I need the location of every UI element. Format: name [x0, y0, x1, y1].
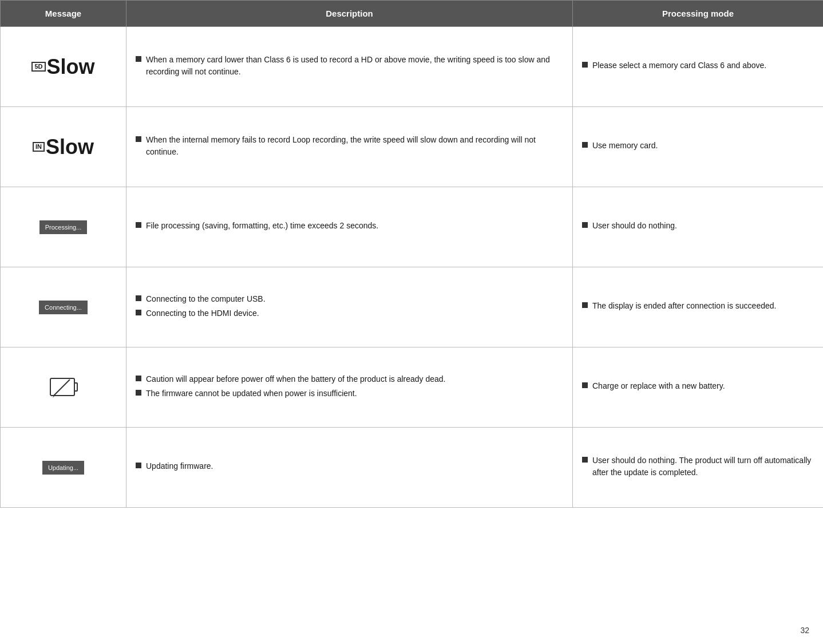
- table-row-in-slow: IN Slow When the internal memory fails t…: [1, 107, 824, 187]
- description-cell-updating: Updating firmware.: [126, 428, 573, 508]
- svg-line-2: [54, 380, 70, 396]
- bullet-icon: [136, 136, 141, 142]
- connecting-message-cell: Connecting...: [10, 285, 117, 330]
- bullet-icon: [136, 376, 141, 381]
- slow-text: Slow: [46, 135, 94, 159]
- processing-cell-processing: User should do nothing.: [573, 187, 824, 267]
- page-number: 32: [800, 626, 809, 635]
- description-cell-battery: Caution will appear before power off whe…: [126, 347, 573, 428]
- bullet-text: User should do nothing. The product will…: [592, 455, 814, 479]
- bullet-icon: [136, 463, 141, 468]
- table-row-updating: Updating... Updating firmware. User shou…: [1, 428, 824, 508]
- bullet-icon: [582, 302, 588, 308]
- bullet-text: Charge or replace with a new battery.: [592, 380, 725, 392]
- battery-message-cell: [10, 365, 117, 410]
- col-header-processing: Processing mode: [573, 1, 824, 27]
- processing-cell-connecting: The display is ended after connection is…: [573, 267, 824, 347]
- battery-icon: [49, 375, 78, 400]
- col-header-description: Description: [126, 1, 573, 27]
- sd-badge: 5D: [31, 62, 45, 72]
- message-cell-battery: [1, 347, 126, 428]
- bullet-icon: [136, 310, 141, 315]
- updating-button-label: Updating...: [42, 461, 84, 475]
- slow-text: Slow: [47, 55, 95, 79]
- processing-cell-in-slow: Use memory card.: [573, 107, 824, 187]
- bullet-icon: [582, 142, 588, 148]
- bullet-item: Caution will appear before power off whe…: [136, 373, 563, 385]
- bullet-icon: [136, 295, 141, 301]
- table-row-connecting: Connecting... Connecting to the computer…: [1, 267, 824, 347]
- bullet-text: Caution will appear before power off whe…: [146, 373, 446, 385]
- main-table: Message Description Processing mode 5D S…: [0, 0, 823, 508]
- table-row-sd-slow: 5D Slow When a memory card lower than Cl…: [1, 27, 824, 107]
- processing-message-cell: Processing...: [10, 204, 117, 250]
- bullet-icon: [582, 62, 588, 68]
- table-row-processing: Processing... File processing (saving, f…: [1, 187, 824, 267]
- bullet-text: Please select a memory card Class 6 and …: [592, 60, 766, 72]
- bullet-item: Connecting to the computer USB.: [136, 293, 563, 305]
- in-slow-icon: IN Slow: [10, 124, 117, 170]
- processing-cell-battery: Charge or replace with a new battery.: [573, 347, 824, 428]
- message-cell-in-slow: IN Slow: [1, 107, 126, 187]
- bullet-text: User should do nothing.: [592, 220, 677, 232]
- bullet-icon: [582, 382, 588, 388]
- bullet-icon: [136, 56, 141, 62]
- message-cell-connecting: Connecting...: [1, 267, 126, 347]
- bullet-item: The firmware cannot be updated when powe…: [136, 388, 563, 400]
- processing-cell-updating: User should do nothing. The product will…: [573, 428, 824, 508]
- message-cell-processing: Processing...: [1, 187, 126, 267]
- bullet-text: File processing (saving, formatting, etc…: [146, 220, 378, 232]
- connecting-button-label: Connecting...: [39, 301, 88, 314]
- bullet-item: User should do nothing. The product will…: [582, 455, 814, 479]
- bullet-item: Use memory card.: [582, 140, 814, 152]
- in-badge: IN: [33, 142, 45, 152]
- svg-rect-1: [74, 383, 77, 391]
- bullet-text: The display is ended after connection is…: [592, 300, 776, 312]
- bullet-icon: [582, 222, 588, 228]
- bullet-text: Connecting to the HDMI device.: [146, 307, 259, 319]
- bullet-item: Updating firmware.: [136, 460, 563, 472]
- message-cell-sd-slow: 5D Slow: [1, 27, 126, 107]
- description-cell-connecting: Connecting to the computer USB. Connecti…: [126, 267, 573, 347]
- bullet-text: The firmware cannot be updated when powe…: [146, 388, 357, 400]
- bullet-item: User should do nothing.: [582, 220, 814, 232]
- bullet-item: File processing (saving, formatting, etc…: [136, 220, 563, 232]
- message-cell-updating: Updating...: [1, 428, 126, 508]
- bullet-icon: [136, 222, 141, 228]
- bullet-icon: [136, 390, 141, 396]
- col-header-message: Message: [1, 1, 126, 27]
- bullet-item: When the internal memory fails to record…: [136, 134, 563, 158]
- table-row-battery: Caution will appear before power off whe…: [1, 347, 824, 428]
- bullet-item: When a memory card lower than Class 6 is…: [136, 54, 563, 78]
- bullet-text: Use memory card.: [592, 140, 658, 152]
- description-cell-in-slow: When the internal memory fails to record…: [126, 107, 573, 187]
- bullet-text: When the internal memory fails to record…: [146, 134, 563, 158]
- bullet-text: Connecting to the computer USB.: [146, 293, 266, 305]
- bullet-item: Charge or replace with a new battery.: [582, 380, 814, 392]
- processing-button-label: Processing...: [39, 220, 88, 234]
- description-cell-processing: File processing (saving, formatting, etc…: [126, 187, 573, 267]
- sd-slow-icon: 5D Slow: [10, 44, 117, 90]
- bullet-icon: [582, 457, 588, 463]
- bullet-text: Updating firmware.: [146, 460, 213, 472]
- processing-cell-sd-slow: Please select a memory card Class 6 and …: [573, 27, 824, 107]
- bullet-item: The display is ended after connection is…: [582, 300, 814, 312]
- bullet-item: Please select a memory card Class 6 and …: [582, 60, 814, 72]
- description-cell-sd-slow: When a memory card lower than Class 6 is…: [126, 27, 573, 107]
- bullet-text: When a memory card lower than Class 6 is…: [146, 54, 563, 78]
- bullet-item: Connecting to the HDMI device.: [136, 307, 563, 319]
- updating-message-cell: Updating...: [10, 445, 117, 491]
